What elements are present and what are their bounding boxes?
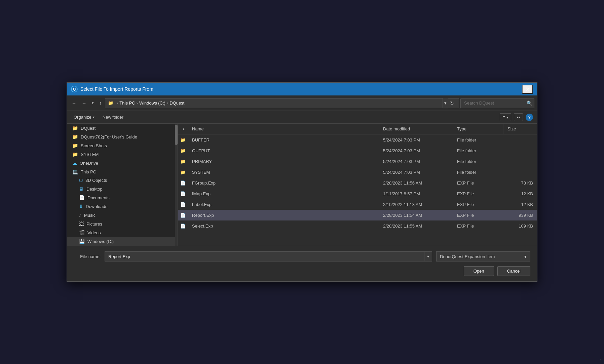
search-button[interactable]: 🔍 — [527, 100, 532, 106]
file-area: ▲ Name Date modified Type Size 📁 — [178, 124, 537, 246]
sidebar-label: OneDrive — [80, 161, 98, 166]
file-name-row: File name: ▾ DonorQuest Expansion Item ▾ — [74, 251, 530, 261]
file-row[interactable]: 📁 OUTPUT 5/24/2024 7:03 PM File folder — [178, 145, 537, 156]
close-button[interactable]: ✕ — [522, 85, 533, 94]
folder-icon: 📁 — [180, 148, 186, 153]
new-folder-button[interactable]: New folder — [100, 114, 126, 121]
sidebar-item-videos[interactable]: 🎬 Videos — [67, 228, 178, 237]
sidebar-item-desktop[interactable]: 🖥 Desktop — [67, 185, 178, 193]
file-list: 📁 BUFFER 5/24/2024 7:03 PM File folder 📁… — [178, 134, 537, 246]
sidebar-label: DQuest — [81, 126, 96, 131]
col-name-label: Name — [192, 126, 204, 131]
sidebar-label: Documents — [87, 195, 110, 200]
sidebar-item-onedrive[interactable]: ☁ OneDrive — [67, 159, 178, 167]
column-headers: ▲ Name Date modified Type Size — [178, 124, 537, 134]
folder-icon: 📁 — [72, 143, 78, 148]
file-name-input[interactable] — [105, 251, 424, 261]
forward-button[interactable]: → — [80, 99, 88, 107]
file-name: Select.Exp — [188, 224, 379, 229]
file-row[interactable]: 📁 SYSTEM 5/24/2024 7:03 PM File folder — [178, 167, 537, 177]
sidebar-label: Videos — [87, 230, 101, 235]
resize-handle[interactable]: ⠿ — [599, 359, 604, 364]
sidebar-label: Screen Shots — [81, 143, 107, 148]
up-button[interactable]: ↑ — [97, 99, 104, 107]
file-row[interactable]: 📁 BUFFER 5/24/2024 7:03 PM File folder — [178, 134, 537, 145]
file-type: File folder — [453, 148, 503, 153]
sidebar-scrollbar[interactable] — [175, 124, 178, 246]
file-size: 12 KB — [503, 202, 537, 207]
sidebar-item-pictures[interactable]: 🖼 Pictures — [67, 219, 178, 228]
folder-icon: 📁 — [180, 137, 186, 143]
sidebar-item-3dobjects[interactable]: ⬡ 3D Objects — [67, 176, 178, 185]
title-bar: Q Select File To Import Reports From ✕ — [67, 83, 537, 95]
refresh-button[interactable]: ↻ — [448, 99, 456, 107]
view-list-button[interactable]: ≡ ▾ — [500, 113, 511, 121]
onedrive-icon: ☁ — [72, 160, 77, 166]
col-header-type[interactable]: Type — [453, 124, 503, 134]
file-row[interactable]: 📄 IMap.Exp 1/11/2017 8:57 PM EXP File 12… — [178, 188, 537, 199]
cancel-button[interactable]: Cancel — [497, 266, 530, 276]
file-icon-cell: 📁 — [178, 159, 188, 164]
file-icon-cell: 📁 — [178, 137, 188, 143]
organize-dropdown-icon: ▾ — [93, 115, 95, 119]
organize-button[interactable]: Organize ▾ — [71, 114, 97, 121]
help-button[interactable]: ? — [526, 114, 533, 121]
back-button[interactable]: ← — [70, 99, 78, 107]
sidebar-item-screenshots[interactable]: 📁 Screen Shots — [67, 141, 178, 150]
file-row-selected[interactable]: 📄 Report.Exp 2/28/2023 11:54 AM EXP File… — [178, 210, 537, 220]
view-icon: ≡ — [503, 115, 505, 120]
sidebar-label: DQuest782(For User's Guide — [81, 134, 137, 139]
open-button[interactable]: Open — [464, 266, 494, 276]
sidebar: 📁 DQuest 📁 DQuest782(For User's Guide 📁 … — [67, 124, 178, 246]
new-folder-label: New folder — [103, 115, 123, 120]
sort-up-icon: ▲ — [182, 127, 185, 131]
file-date: 2/28/2023 11:54 AM — [379, 213, 453, 218]
search-input[interactable] — [460, 98, 534, 108]
file-type-select[interactable]: DonorQuest Expansion Item ▾ — [436, 251, 530, 261]
file-type: EXP File — [453, 213, 503, 218]
sidebar-label: Windows (C:) — [87, 239, 114, 244]
file-name: PRIMARY — [188, 159, 379, 164]
sidebar-item-downloads[interactable]: ⬇ Downloads — [67, 202, 178, 211]
sidebar-item-thispc[interactable]: 💻 This PC — [67, 167, 178, 176]
col-header-size[interactable]: Size — [503, 124, 537, 134]
sidebar-item-system[interactable]: 📁 SYSTEM — [67, 150, 178, 159]
sidebar-item-dquest782[interactable]: 📁 DQuest782(For User's Guide — [67, 132, 178, 141]
file-type-value: DonorQuest Expansion Item — [440, 254, 495, 259]
file-name-input-wrapper: ▾ — [105, 251, 432, 261]
file-icon-cell: 📁 — [178, 148, 188, 153]
file-name-dropdown-button[interactable]: ▾ — [424, 251, 432, 261]
file-date: 1/11/2017 8:57 PM — [379, 191, 453, 196]
file-type-dropdown-icon: ▾ — [524, 254, 527, 259]
view-dropdown-icon: ▾ — [506, 116, 508, 119]
col-header-date[interactable]: Date modified — [379, 124, 453, 134]
file-row[interactable]: 📁 PRIMARY 5/24/2024 7:03 PM File folder — [178, 156, 537, 167]
file-name: IMap.Exp — [188, 191, 379, 196]
sidebar-item-windowsc[interactable]: 💾 Windows (C:) — [67, 237, 178, 246]
documents-icon: 📄 — [79, 195, 85, 200]
file-row[interactable]: 📄 Label.Exp 2/10/2022 11:13 AM EXP File … — [178, 199, 537, 210]
music-icon: ♪ — [79, 212, 81, 218]
address-dropdown-button[interactable]: ▾ — [443, 98, 448, 108]
organize-label: Organize — [74, 115, 91, 120]
main-area: 📁 DQuest 📁 DQuest782(For User's Guide 📁 … — [67, 124, 537, 246]
folder-icon: 📁 — [180, 170, 186, 175]
sidebar-item-music[interactable]: ♪ Music — [67, 211, 178, 219]
file-row[interactable]: 📄 FGroup.Exp 2/28/2023 11:56 AM EXP File… — [178, 177, 537, 188]
path-folder-icon: 📁 — [108, 100, 113, 106]
sidebar-item-documents[interactable]: 📄 Documents — [67, 193, 178, 202]
file-name: Report.Exp — [188, 213, 379, 218]
file-dialog: Q Select File To Import Reports From ✕ ←… — [67, 82, 537, 282]
file-name-label: File name: — [74, 254, 101, 259]
file-row[interactable]: 📄 Select.Exp 2/28/2023 11:55 AM EXP File… — [178, 220, 537, 231]
sidebar-item-dquest[interactable]: 📁 DQuest — [67, 124, 178, 132]
dropdown-button[interactable]: ▾ — [90, 99, 96, 107]
folder-icon: 📁 — [72, 134, 78, 139]
col-header-name[interactable]: Name — [188, 124, 379, 134]
view-icon-button[interactable]: ▪▪ — [514, 113, 523, 121]
file-icon: 📄 — [180, 213, 186, 218]
file-date: 5/24/2024 7:03 PM — [379, 159, 453, 164]
col-date-label: Date modified — [383, 126, 410, 131]
address-path[interactable]: 📁 › This PC › Windows (C:) › DQuest ▾ ↻ — [105, 98, 459, 108]
sidebar-label: Downloads — [86, 204, 107, 209]
